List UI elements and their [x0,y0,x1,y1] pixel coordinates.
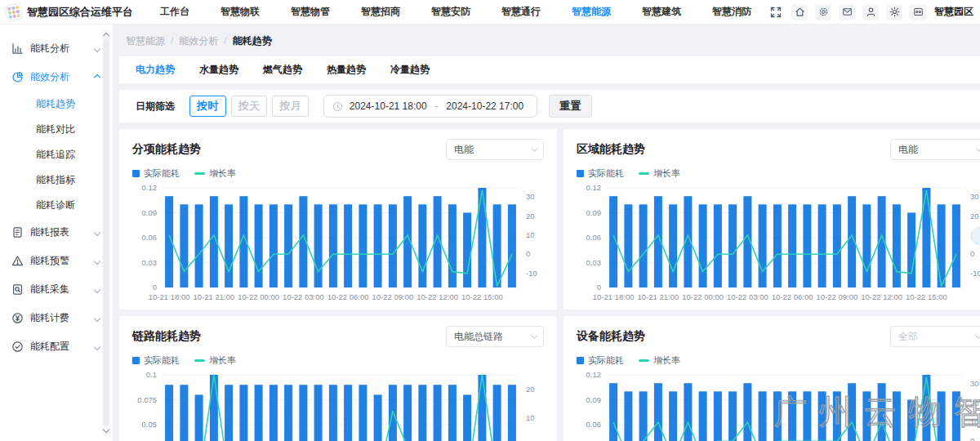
nav-item-4[interactable]: 智慧招商 [345,5,416,19]
legend-item-bar[interactable]: 实际能耗 [132,167,180,180]
date-filter-bar: 日期筛选 按时按天按月 2024-10-21 18:00 - 2024-10-2… [119,90,980,122]
svg-text:0.03: 0.03 [142,258,158,267]
sidebar-group-2[interactable]: 能效分析 [0,63,113,91]
svg-text:10-22 00:00: 10-22 00:00 [682,292,724,301]
nav-item-5[interactable]: 智慧安防 [416,5,486,19]
tab-3[interactable]: 燃气趋势 [263,63,302,77]
legend-item-line[interactable]: 增长率 [639,167,680,180]
chevron-up-icon [94,74,100,80]
chevron-down-icon [975,145,980,151]
nav-item-9[interactable]: 智慧消防 [697,5,767,19]
svg-text:10-22 15:00: 10-22 15:00 [906,292,947,301]
tab-5[interactable]: 冷量趋势 [390,63,430,77]
sidebar-group-4[interactable]: 能耗预警 [0,247,113,275]
pie-chart-icon [11,71,24,83]
chart-title: 分项能耗趋势 [132,142,201,157]
svg-text:0.1: 0.1 [146,370,157,379]
svg-text:20: 20 [970,399,979,408]
warning-icon [11,255,24,267]
legend-item-line[interactable]: 增长率 [194,354,236,367]
sidebar-group-7[interactable]: 能耗配置 [0,332,113,361]
breadcrumb-item-2[interactable]: 能效分析 [179,35,218,47]
sidebar-item-5[interactable]: 能耗诊断 [0,193,113,218]
legend-item-bar[interactable]: 实际能耗 [577,354,624,367]
nav-item-2[interactable]: 智慧物联 [205,5,275,19]
mode-button-2[interactable]: 按天 [231,96,268,117]
chart-select[interactable]: 电能总链路 [446,326,544,347]
mode-button-1[interactable]: 按时 [189,96,226,117]
tab-2[interactable]: 水量趋势 [199,63,238,77]
legend-item-line[interactable]: 增长率 [639,354,680,367]
nav-item-8[interactable]: 智慧建筑 [626,5,697,19]
scroll-up-icon[interactable] [103,33,109,39]
report-icon [11,226,24,238]
svg-text:10-21 18:00: 10-21 18:00 [149,292,190,301]
fullscreen-icon[interactable] [768,4,784,20]
breadcrumb-item-1[interactable]: 智慧能源 [126,35,165,47]
mail-icon[interactable] [839,4,855,20]
sidebar-group-6[interactable]: 能耗计费 [0,304,113,332]
chevron-down-icon [94,314,100,321]
svg-text:0: 0 [153,283,157,292]
chart-title: 链路能耗趋势 [132,329,201,344]
legend-line-marker [194,359,205,362]
sidebar-group-1[interactable]: 能耗分析 [0,34,113,63]
chart-card-2: 区域能耗趋势电能实际能耗增长率00.030.060.090.123020100-… [564,129,980,310]
legend-item-line[interactable]: 增长率 [194,167,236,180]
date-end-value[interactable]: 2024-10-22 17:00 [441,100,528,112]
legend-bar-marker [132,170,140,177]
medal-icon[interactable] [815,4,831,20]
monitor-icon[interactable] [910,4,926,20]
home-icon[interactable] [791,4,808,20]
app-logo-icon [6,3,22,20]
tab-1[interactable]: 电力趋势 [136,63,175,77]
scrollbar-thumb[interactable] [103,39,109,426]
svg-text:0: 0 [970,249,974,258]
chart-card-3: 链路能耗趋势电能总链路实际能耗增长率00.0250.050.0750.12010… [119,316,557,441]
date-mode-group: 按时按天按月 [189,96,314,117]
legend-bar-marker [577,357,584,364]
svg-text:0.09: 0.09 [142,208,158,217]
date-start-value[interactable]: 2024-10-21 18:00 [345,100,432,112]
reset-button[interactable]: 重置 [549,95,592,118]
legend-line-marker [639,172,649,175]
svg-text:10: 10 [526,230,535,239]
topbar-actions [768,4,926,20]
legend-item-bar[interactable]: 实际能耗 [577,167,624,180]
settings-icon[interactable] [886,4,902,20]
legend-item-bar[interactable]: 实际能耗 [132,354,180,367]
sidebar-item-3[interactable]: 能耗追踪 [0,142,113,167]
top-navigation: 工作台智慧物联智慧物管智慧招商智慧安防智慧通行智慧能源智慧建筑智慧消防 [145,5,767,19]
tab-4[interactable]: 热量趋势 [327,63,366,77]
chevron-down-icon [94,257,100,264]
sidebar-item-2[interactable]: 能耗对比 [0,117,113,142]
svg-text:0.06: 0.06 [586,233,602,242]
sidebar-group-5[interactable]: 能耗采集 [0,275,113,304]
date-range-input[interactable]: 2024-10-21 18:00 - 2024-10-22 17:00 [323,95,537,118]
mode-button-3[interactable]: 按月 [272,96,309,117]
nav-item-1[interactable]: 工作台 [145,5,205,19]
scroll-down-icon[interactable] [103,426,109,433]
svg-text:0.12: 0.12 [142,183,158,192]
sidebar-scrollbar[interactable] [102,29,110,436]
chart-select[interactable]: 电能 [890,139,980,160]
chart-select[interactable]: 电能 [446,139,544,160]
app-title: 智慧园区综合运维平台 [27,5,133,20]
nav-item-3[interactable]: 智慧物管 [275,5,345,19]
sidebar-item-4[interactable]: 能耗指标 [0,167,113,193]
sidebar-group-label: 能耗采集 [30,283,69,296]
chart-select[interactable]: 全部 [890,326,980,347]
chart-title: 区域能耗趋势 [577,142,645,157]
sidebar-group-label: 能耗分析 [30,42,69,56]
nav-item-6[interactable]: 智慧通行 [486,5,556,19]
legend-line-marker [639,359,649,362]
sidebar-group-3[interactable]: 能耗报表 [0,218,113,247]
svg-text:0.09: 0.09 [586,395,602,404]
legend-bar-marker [132,357,140,364]
sidebar-item-1[interactable]: 能耗趋势 [0,91,113,117]
nav-item-7[interactable]: 智慧能源 [556,5,626,19]
breadcrumb-item-3: 能耗趋势 [233,35,272,47]
legend-line-label: 增长率 [209,167,236,180]
user-name[interactable]: 智慧园区 [934,5,973,19]
user-icon[interactable] [862,4,879,20]
